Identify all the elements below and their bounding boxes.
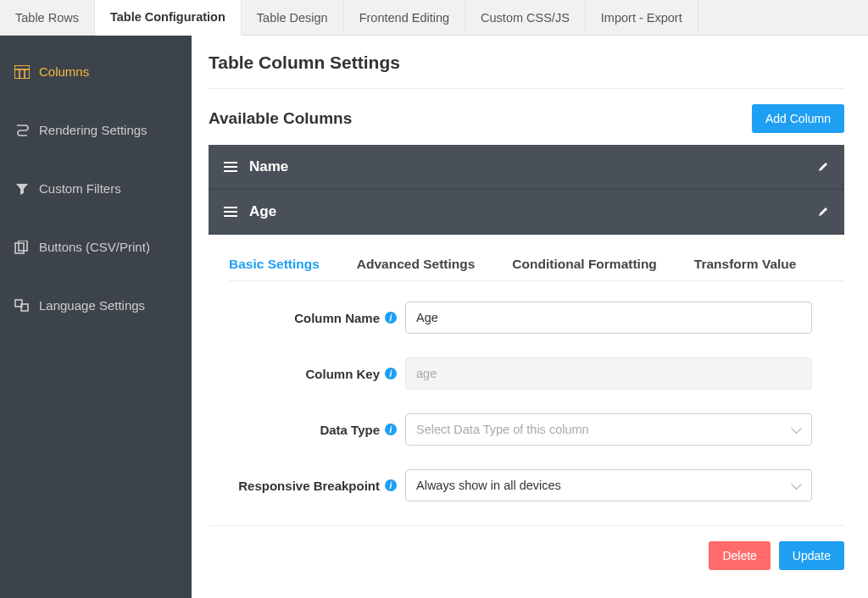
filter-icon bbox=[14, 182, 31, 196]
column-row-age[interactable]: Age bbox=[209, 190, 844, 235]
drag-handle-icon[interactable] bbox=[224, 162, 237, 172]
column-name-input[interactable] bbox=[405, 302, 812, 334]
drag-handle-icon[interactable] bbox=[224, 207, 237, 217]
tab-import-export[interactable]: Import - Export bbox=[586, 0, 698, 35]
responsive-breakpoint-label: Responsive Breakpoint i bbox=[209, 479, 405, 493]
sidebar-item-label: Buttons (CSV/Print) bbox=[39, 240, 150, 254]
column-row-name[interactable]: Name bbox=[209, 145, 844, 190]
main-content: Table Column Settings Available Columns … bbox=[192, 36, 868, 598]
inner-tabs: Basic Settings Advanced Settings Conditi… bbox=[229, 257, 844, 281]
svg-rect-0 bbox=[14, 65, 30, 79]
info-icon[interactable]: i bbox=[385, 479, 397, 491]
column-row-label: Name bbox=[249, 158, 288, 175]
column-name-label: Column Name i bbox=[209, 311, 405, 325]
info-icon[interactable]: i bbox=[385, 424, 397, 435]
top-tabs: Table Rows Table Configuration Table Des… bbox=[0, 0, 868, 36]
tab-basic-settings[interactable]: Basic Settings bbox=[229, 257, 320, 272]
sidebar-item-label: Language Settings bbox=[39, 298, 145, 313]
edit-icon[interactable] bbox=[817, 206, 829, 218]
info-icon[interactable]: i bbox=[385, 312, 397, 324]
column-key-label: Column Key i bbox=[209, 367, 405, 381]
available-columns-title: Available Columns bbox=[209, 109, 352, 128]
sidebar-item-label: Custom Filters bbox=[39, 181, 121, 196]
info-icon[interactable]: i bbox=[385, 368, 397, 379]
sidebar-item-rendering-settings[interactable]: Rendering Settings bbox=[0, 109, 192, 151]
svg-rect-4 bbox=[15, 243, 24, 253]
data-type-label: Data Type i bbox=[209, 423, 405, 437]
tab-table-rows[interactable]: Table Rows bbox=[0, 0, 95, 35]
tab-table-configuration[interactable]: Table Configuration bbox=[95, 0, 242, 36]
sidebar-item-buttons[interactable]: Buttons (CSV/Print) bbox=[0, 226, 192, 268]
column-form: Column Name i Column Key i Data Type bbox=[209, 302, 844, 570]
tab-table-design[interactable]: Table Design bbox=[242, 0, 344, 35]
column-row-label: Age bbox=[249, 203, 276, 220]
delete-button[interactable]: Delete bbox=[709, 541, 770, 570]
edit-icon[interactable] bbox=[817, 161, 829, 173]
copy-icon bbox=[14, 241, 31, 254]
language-icon bbox=[14, 299, 31, 313]
add-column-button[interactable]: Add Column bbox=[752, 104, 844, 133]
sidebar-item-label: Rendering Settings bbox=[39, 123, 147, 137]
tab-advanced-settings[interactable]: Advanced Settings bbox=[357, 257, 476, 272]
table-icon bbox=[14, 65, 31, 79]
tab-conditional-formatting[interactable]: Conditional Formatting bbox=[512, 257, 656, 272]
page-title: Table Column Settings bbox=[209, 53, 844, 73]
sidebar-item-columns[interactable]: Columns bbox=[0, 51, 192, 92]
update-button[interactable]: Update bbox=[779, 541, 844, 570]
tab-frontend-editing[interactable]: Frontend Editing bbox=[344, 0, 465, 35]
sidebar-item-language-settings[interactable]: Language Settings bbox=[0, 285, 192, 326]
svg-rect-5 bbox=[19, 241, 27, 251]
rendering-icon bbox=[14, 124, 31, 137]
column-key-input bbox=[405, 357, 812, 390]
responsive-breakpoint-select[interactable]: Always show in all devices bbox=[405, 469, 812, 501]
tab-transform-value[interactable]: Transform Value bbox=[694, 257, 797, 272]
tab-custom-css-js[interactable]: Custom CSS/JS bbox=[465, 0, 586, 35]
sidebar: Columns Rendering Settings Custom Filter… bbox=[0, 36, 192, 598]
data-type-select[interactable]: Select Data Type of this column bbox=[405, 413, 812, 446]
sidebar-item-label: Columns bbox=[39, 64, 89, 79]
sidebar-item-custom-filters[interactable]: Custom Filters bbox=[0, 168, 192, 209]
